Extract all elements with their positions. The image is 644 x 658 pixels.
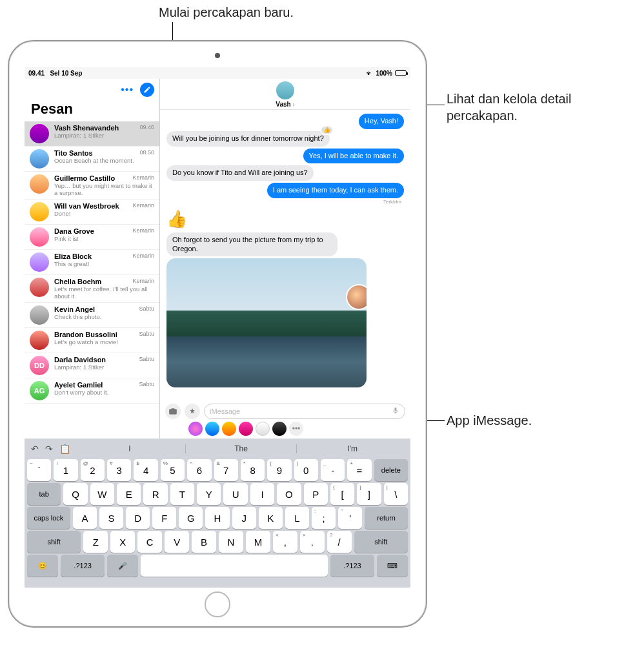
- key-5[interactable]: %5: [161, 459, 185, 481]
- key-z[interactable]: Z: [83, 531, 108, 553]
- conversation-item[interactable]: Brandon Bussolini Sabtu Let's go watch a…: [25, 328, 159, 353]
- key-f[interactable]: F: [152, 507, 176, 529]
- key-sym[interactable]: <,: [273, 531, 297, 553]
- key-t[interactable]: T: [170, 483, 194, 505]
- music-app-icon[interactable]: [256, 422, 270, 436]
- key-1[interactable]: !1: [54, 459, 77, 481]
- messages-area[interactable]: Hey, Vash!Will you be joining us for din…: [160, 110, 410, 401]
- key-3[interactable]: #3: [107, 459, 131, 481]
- conversation-item[interactable]: Dana Grove Kemarin Pink it is!: [25, 225, 159, 250]
- key-x[interactable]: X: [110, 531, 135, 553]
- camera-button[interactable]: [165, 404, 181, 419]
- key-4[interactable]: $4: [134, 459, 157, 481]
- key-sym[interactable]: ?/: [327, 531, 352, 553]
- key-sym[interactable]: _-: [321, 459, 345, 481]
- key-sym[interactable]: }]: [357, 483, 381, 505]
- appstore-app-icon[interactable]: [205, 422, 219, 436]
- emoji-message[interactable]: 👍: [166, 209, 187, 229]
- key-shift[interactable]: shift: [27, 531, 81, 553]
- suggestion[interactable]: I: [74, 444, 185, 453]
- conversation-list[interactable]: Vash Shenavandeh 09.40 Lampiran: 1 Stike…: [25, 121, 159, 438]
- conversation-item[interactable]: AG Ayelet Gamliel Sabtu Don't worry abou…: [25, 378, 159, 404]
- key-sym[interactable]: ~`: [27, 459, 51, 481]
- key-6[interactable]: ^6: [187, 459, 211, 481]
- contact-avatar[interactable]: [276, 81, 294, 99]
- message-bubble-out[interactable]: Yes, I will be able to make it.: [303, 149, 404, 164]
- key-7[interactable]: &7: [214, 459, 238, 481]
- key-0[interactable]: )0: [294, 459, 318, 481]
- key-s[interactable]: S: [99, 507, 123, 529]
- undo-icon[interactable]: ↶: [31, 444, 39, 454]
- key-j[interactable]: J: [232, 507, 256, 529]
- key-symsym123[interactable]: .?123: [61, 555, 105, 577]
- key-a[interactable]: A: [73, 507, 97, 529]
- key-n[interactable]: N: [219, 531, 243, 553]
- memoji-app-icon[interactable]: [222, 422, 236, 436]
- key-r[interactable]: R: [143, 483, 167, 505]
- contact-name[interactable]: Vash: [160, 101, 410, 108]
- conversation-item[interactable]: Vash Shenavandeh 09.40 Lampiran: 1 Stike…: [25, 121, 159, 147]
- key-c[interactable]: C: [137, 531, 162, 553]
- clipboard-icon[interactable]: 📋: [59, 444, 70, 454]
- key-tab[interactable]: tab: [27, 483, 61, 505]
- conversation-item[interactable]: Chella Boehm Kemarin Let's meet for coff…: [25, 275, 159, 303]
- dictate-icon[interactable]: [392, 407, 399, 416]
- key-2[interactable]: @2: [81, 459, 105, 481]
- message-input[interactable]: iMessage: [204, 404, 405, 419]
- conversation-header[interactable]: Vash: [160, 79, 410, 110]
- key-sym[interactable]: >.: [300, 531, 325, 553]
- keyboard[interactable]: ↶ ↷ 📋 ITheI'm ~`!1@2#3$4%5^6&7*8(9)0_-+=…: [25, 439, 410, 588]
- conversation-item[interactable]: Kevin Angel Sabtu Check this photo.: [25, 303, 159, 328]
- key-g[interactable]: G: [179, 507, 203, 529]
- suggestion[interactable]: I'm: [296, 444, 408, 453]
- redo-icon[interactable]: ↷: [45, 444, 53, 454]
- key-l[interactable]: L: [285, 507, 309, 529]
- key-9[interactable]: (9: [267, 459, 291, 481]
- photos-app-icon[interactable]: [188, 422, 203, 436]
- key-h[interactable]: H: [205, 507, 229, 529]
- digitaltouch-app-icon[interactable]: [239, 422, 253, 436]
- key-q[interactable]: Q: [63, 483, 87, 505]
- message-bubble-out[interactable]: I am seeing them today, I can ask them.: [267, 183, 404, 198]
- key-o[interactable]: O: [277, 483, 301, 505]
- key-sym[interactable]: +=: [347, 459, 371, 481]
- key-sym[interactable]: {[: [330, 483, 354, 505]
- key-p[interactable]: P: [304, 483, 328, 505]
- key-m[interactable]: M: [246, 531, 270, 553]
- animoji-app-icon[interactable]: [272, 422, 287, 436]
- photo-message[interactable]: [166, 258, 367, 387]
- message-bubble-in[interactable]: Do you know if Tito and Will are joining…: [166, 165, 314, 181]
- key-symsym[interactable]: 🎤: [107, 555, 138, 577]
- key-d[interactable]: D: [126, 507, 150, 529]
- key-sym[interactable]: |\: [384, 483, 408, 505]
- message-bubble-in[interactable]: Will you be joining us for dinner tomorr…: [166, 131, 330, 147]
- reaction-badge[interactable]: 👍: [320, 125, 334, 135]
- key-8[interactable]: *8: [241, 459, 265, 481]
- suggestion[interactable]: The: [185, 444, 297, 453]
- key-sym[interactable]: ⌨: [377, 555, 408, 577]
- message-bubble-out[interactable]: Hey, Vash!: [359, 114, 404, 129]
- conversation-item[interactable]: Guillermo Castillo Kemarin Yep… but you …: [25, 172, 159, 200]
- key-b[interactable]: B: [192, 531, 216, 553]
- key-return[interactable]: return: [365, 507, 408, 529]
- key-space[interactable]: [141, 555, 328, 577]
- more-apps-icon[interactable]: •••: [289, 422, 303, 436]
- conversation-item[interactable]: DD Darla Davidson Sabtu Lampiran: 1 Stik…: [25, 353, 159, 378]
- key-y[interactable]: Y: [197, 483, 221, 505]
- key-w[interactable]: W: [90, 483, 114, 505]
- key-symsym123[interactable]: .?123: [330, 555, 374, 577]
- key-i[interactable]: I: [250, 483, 274, 505]
- more-options-button[interactable]: •••: [121, 84, 134, 96]
- key-u[interactable]: U: [223, 483, 247, 505]
- message-bubble-in[interactable]: Oh forgot to send you the picture from m…: [166, 232, 337, 257]
- key-sym[interactable]: "': [338, 507, 362, 529]
- key-capssymlock[interactable]: caps lock: [27, 507, 70, 529]
- key-symsym[interactable]: 😊: [27, 555, 58, 577]
- key-k[interactable]: K: [259, 507, 283, 529]
- conversation-item[interactable]: Eliza Block Kemarin This is great!: [25, 250, 159, 275]
- key-v[interactable]: V: [165, 531, 189, 553]
- conversation-item[interactable]: Will van Westbroek Kemarin Done!: [25, 200, 159, 225]
- compose-button[interactable]: [140, 83, 154, 97]
- home-button[interactable]: [205, 591, 230, 617]
- key-sym[interactable]: :;: [312, 507, 336, 529]
